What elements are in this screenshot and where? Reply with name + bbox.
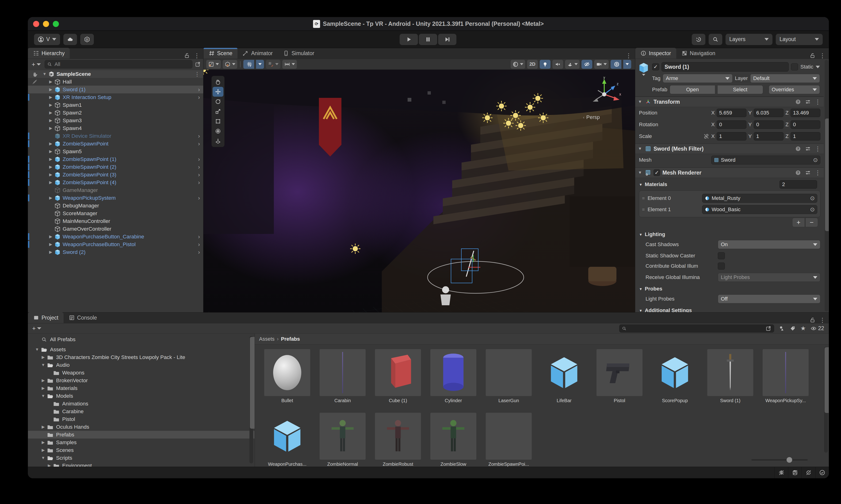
layout-dropdown[interactable]: Layout	[776, 34, 823, 45]
project-search-input[interactable]	[628, 325, 764, 331]
slider-knob[interactable]	[787, 457, 792, 463]
hierarchy-item-samplescene[interactable]: ▼SampleScene⋮	[28, 70, 203, 78]
folder-item-animations[interactable]: Animations	[28, 400, 255, 408]
foldout-icon[interactable]: ▼	[40, 456, 46, 460]
custom-tool-button[interactable]	[213, 136, 223, 146]
kebab-menu-icon[interactable]: ⋮	[815, 170, 821, 176]
scene-viewport[interactable]: y x z ‹ Persp	[203, 70, 635, 312]
presets-icon[interactable]	[805, 170, 811, 176]
pen-slash-icon[interactable]	[28, 79, 41, 85]
hierarchy-item-xr-device-simulator[interactable]: XR Device Simulator›	[28, 132, 203, 140]
hierarchy-search-field[interactable]	[44, 60, 192, 69]
prefab-chevron-icon[interactable]: ›	[198, 86, 200, 93]
folder-item-oculus-hands[interactable]: ▶Oculus Hands	[28, 423, 255, 431]
foldout-icon[interactable]: ▶	[48, 110, 54, 115]
asset-tile-zombierobust[interactable]: ZombieRobust	[375, 413, 421, 467]
object-picker-icon[interactable]: ⊙	[813, 157, 818, 163]
foldout-icon[interactable]: ▶	[48, 126, 54, 131]
active-checkbox[interactable]: ✓	[652, 64, 659, 70]
favorites-star-icon[interactable]: ★	[800, 325, 806, 332]
grid-snap-dropdown[interactable]	[256, 60, 264, 69]
kebab-menu-icon[interactable]: ⋮	[626, 53, 632, 59]
foldout-icon[interactable]: ▶	[48, 118, 54, 123]
drag-handle-icon[interactable]: =	[642, 196, 645, 201]
hierarchy-item-gamemanager[interactable]: GameManager	[28, 186, 203, 194]
effects-dropdown[interactable]	[565, 60, 579, 69]
transform-tool-button[interactable]	[213, 126, 223, 136]
scale-x-field[interactable]	[717, 132, 747, 141]
cache-server-status-button[interactable]	[788, 467, 802, 478]
prefab-chevron-icon[interactable]: ›	[198, 249, 200, 255]
auto-refresh-status-button[interactable]	[802, 467, 815, 478]
type-filter-icon[interactable]	[779, 325, 785, 331]
asset-tile-lasergun[interactable]: LaserGun	[486, 349, 532, 403]
foldout-icon[interactable]: ▶	[48, 157, 54, 162]
folder-item-weapons[interactable]: Weapons	[28, 369, 255, 377]
undo-history-button[interactable]	[692, 34, 705, 45]
prefab-chevron-icon[interactable]: ›	[198, 94, 200, 101]
scale-tool-button[interactable]	[213, 107, 223, 116]
prefab-chevron-icon[interactable]: ›	[198, 179, 200, 186]
foldout-icon[interactable]: ▼	[40, 394, 46, 398]
prefab-select-button[interactable]: Select	[717, 85, 763, 94]
grab-hand-icon[interactable]	[28, 71, 41, 77]
materials-count-field[interactable]	[780, 180, 817, 188]
meshrenderer-header[interactable]: ▼ ✓ Mesh Renderer ? ⋮	[635, 167, 824, 178]
asset-tile-lifebar[interactable]: LifeBar	[541, 349, 587, 403]
chevron-down-icon[interactable]	[642, 74, 645, 76]
kebab-menu-icon[interactable]: ⋮	[819, 317, 825, 323]
camera-dropdown[interactable]	[594, 60, 609, 69]
foldout-icon[interactable]: ▶	[48, 79, 54, 84]
folder-item-scripts[interactable]: ▼Scripts	[28, 454, 255, 462]
prefab-chevron-icon[interactable]: ›	[198, 156, 200, 163]
foldout-icon[interactable]: ▶	[48, 172, 54, 177]
asset-tile-zombiespawnpoi-[interactable]: ZombieSpawnPoi...	[486, 413, 532, 467]
hierarchy-item-scoremanager[interactable]: ScoreManager	[28, 210, 203, 217]
scene-visibility-toggle[interactable]	[581, 60, 592, 69]
cloud-button[interactable]	[64, 34, 77, 45]
orientation-gizmo[interactable]: y x z	[587, 77, 622, 112]
prefab-chevron-icon[interactable]: ›	[198, 233, 200, 240]
kebab-menu-icon[interactable]: ⋮	[819, 53, 825, 59]
account-dropdown[interactable]: V	[34, 34, 60, 45]
setting-checkbox[interactable]	[718, 263, 725, 270]
foldout-icon[interactable]: ▶	[40, 425, 46, 429]
visible-items-toggle[interactable]: 22	[810, 325, 824, 331]
hierarchy-item-zombiespawnpoint-2-[interactable]: ▶ZombieSpawnPoint (2)›	[28, 163, 203, 171]
setting-checkbox[interactable]	[718, 252, 725, 259]
folder-item-assets[interactable]: ▼Assets	[28, 346, 255, 353]
foldout-icon[interactable]: ▶	[40, 378, 46, 383]
kebab-menu-icon[interactable]: ⋮	[815, 146, 821, 152]
folder-pane-scrollbar[interactable]	[249, 336, 253, 463]
shading-mode-dropdown[interactable]	[511, 60, 525, 69]
foldout-icon[interactable]: ▶	[48, 95, 54, 100]
additional-settings-foldout[interactable]: ▼Additional Settings	[635, 305, 824, 312]
foldout-icon[interactable]: ▶	[48, 103, 54, 107]
layers-dropdown[interactable]: Layers	[726, 34, 772, 45]
add-material-button[interactable]: +	[792, 218, 805, 227]
static-checkbox[interactable]	[791, 64, 798, 70]
presets-icon[interactable]	[805, 99, 811, 105]
label-filter-icon[interactable]	[790, 325, 796, 331]
hierarchy-item-sword-1-[interactable]: ▶Sword (1)›	[28, 86, 203, 93]
folder-item-scenes[interactable]: ▶Scenes	[28, 446, 255, 454]
folder-item-carabine[interactable]: Carabine	[28, 408, 255, 415]
snap-increment-toggle[interactable]	[266, 60, 281, 69]
kebab-menu-icon[interactable]: ⋮	[194, 71, 200, 77]
services-button[interactable]: D	[80, 34, 94, 45]
asset-tile-scorepopup[interactable]: ScorePopup	[652, 349, 698, 403]
assets-scrollbar[interactable]	[824, 347, 828, 453]
setting-dropdown[interactable]: On	[718, 240, 820, 249]
project-add-button[interactable]: +	[31, 325, 43, 332]
rect-tool-button[interactable]	[213, 116, 223, 126]
hierarchy-item-xr-interaction-setup[interactable]: ▶XR Interaction Setup›	[28, 93, 203, 101]
asset-tile-cylinder[interactable]: Cylinder	[430, 349, 476, 403]
hierarchy-item-spawn4[interactable]: ▶Spawn4	[28, 124, 203, 132]
asset-tile-pistol[interactable]: Pistol	[596, 349, 643, 403]
kebab-menu-icon[interactable]: ⋮	[815, 99, 821, 105]
hierarchy-item-zombiespawnpoint-4-[interactable]: ▶ZombieSpawnPoint (4)›	[28, 179, 203, 186]
foldout-icon[interactable]: ▶	[48, 149, 54, 154]
tab-simulator[interactable]: Simulator	[278, 48, 319, 59]
asset-tile-weaponpurchas-[interactable]: WeaponPurchas...	[264, 413, 310, 467]
foldout-icon[interactable]: ▶	[48, 141, 54, 146]
